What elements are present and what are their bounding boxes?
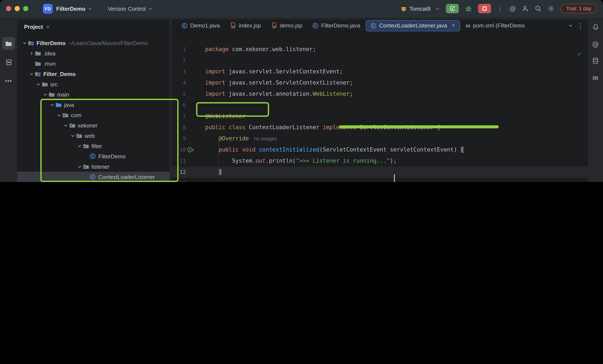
chevron-down-icon: [88, 6, 92, 11]
ai-assistant-button[interactable]: @: [589, 38, 602, 50]
code-line-8[interactable]: 8public class ContextLoaderListener impl…: [172, 122, 588, 133]
source-folder-icon: [55, 102, 63, 107]
code-line-10[interactable]: 10I public void contextInitialized(Servl…: [172, 144, 588, 155]
notifications-button[interactable]: [589, 21, 602, 33]
tree-item-src[interactable]: src: [17, 79, 170, 89]
code-line-7[interactable]: 7@WebListener: [172, 111, 588, 122]
tree-item--idea[interactable]: .idea: [17, 48, 170, 58]
tree-item-contextloaderlistener[interactable]: CContextLoaderListener: [17, 172, 170, 182]
code-line-11[interactable]: 11 System.out.println(">>> Listener is r…: [172, 155, 588, 166]
project-icon: [5, 41, 12, 46]
tree-item-filter[interactable]: filter: [17, 141, 170, 151]
folder-icon: [35, 51, 43, 56]
settings-gear-icon[interactable]: [548, 5, 555, 12]
svg-text:C: C: [183, 23, 186, 28]
tree-chevron-icon[interactable]: [76, 144, 83, 148]
tab-index-jsp[interactable]: JSPindex.jsp: [226, 20, 266, 31]
tree-chevron-icon[interactable]: [28, 71, 35, 76]
project-switcher[interactable]: FilterDemo: [56, 5, 85, 12]
tree-chevron-icon[interactable]: [56, 113, 62, 117]
hidden-tabs-icon[interactable]: [568, 23, 573, 28]
ai-assistant-icon: @: [592, 40, 599, 48]
ai-assistant-icon[interactable]: @: [510, 5, 516, 12]
project-panel-header[interactable]: Project: [24, 23, 50, 30]
search-icon[interactable]: [535, 5, 542, 12]
tree-chevron-icon[interactable]: [63, 123, 69, 128]
line-number: 3: [172, 66, 186, 77]
tree-item-label: FilterDemo: [98, 153, 126, 159]
tree-item-filter-demo[interactable]: Filter_Demo: [17, 69, 170, 79]
tab-options-icon[interactable]: ⋮: [577, 22, 584, 29]
tree-item-label: java: [64, 102, 74, 108]
code-line-4[interactable]: 4import javax.servlet.ServletContextList…: [172, 77, 588, 88]
tree-item-java[interactable]: java: [17, 100, 170, 110]
tab-filterdemo-java[interactable]: CFilterDemo.java: [308, 20, 365, 31]
more-horizontal-icon: •••: [5, 78, 12, 84]
tab-label: ContextLoaderListener.java: [379, 22, 447, 29]
tomcat-icon: [400, 6, 407, 11]
code-line-1[interactable]: 1package com.xekoner.web.listener;: [172, 44, 588, 55]
tree-item-main[interactable]: main: [17, 89, 170, 100]
tree-item-label: ContextLoaderListener: [98, 174, 155, 180]
database-button[interactable]: [589, 55, 602, 67]
svg-text:C: C: [314, 23, 317, 28]
project-tool-button[interactable]: [2, 37, 15, 50]
tree-chevron-icon[interactable]: [28, 51, 35, 56]
window-controls[interactable]: [6, 6, 32, 11]
tree-item-label: FilterDemo: [36, 40, 66, 46]
code-editor[interactable]: 1package com.xekoner.web.listener;23impo…: [172, 32, 588, 182]
tab-label: Demo1.java: [190, 22, 220, 29]
project-icon-badge[interactable]: FD: [43, 4, 53, 13]
minimize-window-icon[interactable]: [15, 6, 20, 11]
tree-chevron-icon[interactable]: [42, 92, 48, 97]
close-window-icon[interactable]: [6, 6, 11, 11]
code-line-5[interactable]: 5import javax.servlet.annotation.WebList…: [172, 88, 588, 100]
tab-demo1-java[interactable]: CDemo1.java: [177, 20, 225, 31]
close-tab-icon[interactable]: ✕: [452, 23, 455, 28]
more-icon[interactable]: ⋮: [497, 5, 503, 12]
trial-badge[interactable]: Trial: 1 day: [560, 4, 597, 13]
tree-chevron-icon[interactable]: [76, 164, 83, 169]
tree-chevron-icon[interactable]: [49, 102, 55, 107]
inspection-ok-icon[interactable]: ✓: [578, 50, 581, 57]
maven-button[interactable]: m: [589, 71, 602, 84]
tab-pom-xml-filterdemo[interactable]: mpom.xml (FilterDemo: [461, 20, 529, 31]
tree-item-listener[interactable]: listener: [17, 161, 170, 172]
chevron-down-icon: [148, 6, 153, 11]
tree-item--mvn[interactable]: .mvn: [17, 58, 170, 69]
tree-item-xekoner[interactable]: xekoner: [17, 120, 170, 130]
run-configuration-selector[interactable]: Tomcat9: [400, 5, 440, 12]
folder-icon: [42, 82, 49, 87]
code-line-2[interactable]: 2: [172, 55, 588, 66]
tab-contextloaderlistener-java[interactable]: CContextLoaderListener.java✕: [366, 20, 460, 31]
tree-chevron-icon[interactable]: [22, 41, 28, 45]
zoom-window-icon[interactable]: [23, 6, 28, 11]
tree-item-com[interactable]: com: [17, 110, 170, 120]
rerun-button[interactable]: [446, 4, 459, 13]
package-icon: [83, 164, 91, 169]
code-line-13[interactable]: 13: [172, 178, 588, 182]
tree-item-filterdemo[interactable]: FilterDemo~/Learn/Java/Maven/FilterDemo: [17, 38, 170, 48]
add-user-icon[interactable]: [522, 5, 529, 12]
line-number: 11: [172, 155, 186, 166]
tree-item-label: com: [71, 112, 81, 118]
folder-icon: [35, 61, 43, 66]
tab-demo-jsp[interactable]: JSPdemo.jsp: [266, 20, 307, 31]
tree-chevron-icon[interactable]: [70, 133, 76, 138]
code-line-6[interactable]: 6: [172, 100, 588, 111]
tree-item-web[interactable]: web: [17, 130, 170, 141]
override-icon[interactable]: I: [187, 147, 194, 153]
code-line-3[interactable]: 3import javax.servlet.ServletContextEven…: [172, 66, 588, 77]
code-line-12[interactable]: 12 }: [172, 166, 588, 178]
maven-file-icon: m: [466, 22, 470, 29]
version-control-menu[interactable]: Version Control: [108, 5, 146, 12]
tab-label: index.jsp: [239, 22, 261, 29]
debug-button[interactable]: [465, 5, 472, 12]
tree-item-label: main: [57, 91, 69, 98]
tree-item-filterdemo[interactable]: CFilterDemo: [17, 151, 170, 161]
stop-button[interactable]: [478, 4, 491, 13]
structure-tool-button[interactable]: [2, 56, 15, 69]
code-line-9[interactable]: 9 @Overrideno usages: [172, 133, 588, 144]
more-tool-windows-button[interactable]: •••: [2, 74, 15, 87]
tree-chevron-icon[interactable]: [35, 82, 42, 86]
